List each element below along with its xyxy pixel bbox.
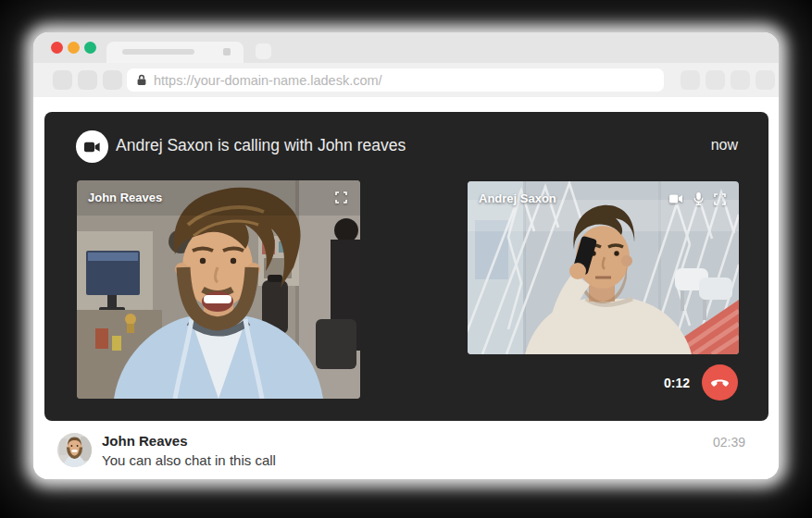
lock-icon	[137, 74, 146, 86]
browser-window: https://your-domain-name.ladesk.com/ And…	[33, 32, 779, 479]
address-bar[interactable]: https://your-domain-name.ladesk.com/	[127, 68, 664, 92]
avatar	[57, 433, 92, 467]
chat-message-text: You can also chat in this call	[102, 452, 276, 468]
call-title: Andrej Saxon is calling with John reaves	[116, 136, 406, 155]
chat-author: John Reaves	[102, 433, 188, 449]
call-header-badge	[76, 130, 108, 163]
chat-message-row: John Reaves You can also chat in this ca…	[33, 421, 779, 479]
window-close-button[interactable]	[51, 42, 63, 54]
fullscreen-icon[interactable]	[714, 193, 726, 205]
hangup-button[interactable]	[702, 364, 738, 401]
toolbar-button-1[interactable]	[681, 70, 700, 90]
call-time-label: now	[711, 137, 738, 154]
remote-video-controls	[669, 192, 726, 205]
forward-button[interactable]	[78, 70, 97, 90]
andrej-saxon-video-still	[468, 181, 739, 354]
video-label-andrej-saxon: Andrej Saxon	[479, 191, 556, 205]
page-background: https://your-domain-name.ladesk.com/ And…	[0, 0, 812, 518]
video-camera-icon	[84, 142, 101, 153]
window-minimize-button[interactable]	[68, 42, 80, 54]
video-feed-john-reaves: John Reaves	[77, 180, 360, 399]
camera-toggle-icon[interactable]	[669, 194, 683, 204]
browser-titlebar	[33, 32, 779, 63]
fullscreen-icon[interactable]	[335, 191, 347, 204]
new-tab-button[interactable]	[256, 43, 271, 59]
tab-title-placeholder	[122, 49, 194, 55]
video-feed-andrej-saxon: Andrej Saxon	[468, 181, 739, 354]
microphone-toggle-icon[interactable]	[693, 192, 704, 205]
video-call-panel: Andrej Saxon is calling with John reaves…	[44, 112, 768, 421]
video-label-john-reaves: John Reaves	[88, 191, 162, 204]
john-reaves-avatar-image	[57, 433, 92, 467]
tab-close-icon[interactable]	[223, 48, 231, 56]
local-video-controls	[335, 191, 347, 204]
toolbar-button-3[interactable]	[731, 70, 750, 90]
toolbar-button-2[interactable]	[706, 70, 725, 90]
browser-tab[interactable]	[106, 42, 244, 63]
hangup-phone-icon	[710, 378, 730, 387]
john-reaves-video-still	[77, 180, 360, 399]
call-footer: 0:12	[664, 364, 738, 401]
browser-toolbar: https://your-domain-name.ladesk.com/	[33, 63, 779, 97]
reload-button[interactable]	[103, 70, 122, 90]
back-button[interactable]	[53, 70, 72, 90]
url-text: https://your-domain-name.ladesk.com/	[154, 73, 382, 88]
window-maximize-button[interactable]	[84, 42, 96, 54]
toolbar-button-4[interactable]	[756, 70, 775, 90]
call-timer: 0:12	[664, 376, 690, 390]
chat-timestamp: 02:39	[713, 435, 745, 450]
